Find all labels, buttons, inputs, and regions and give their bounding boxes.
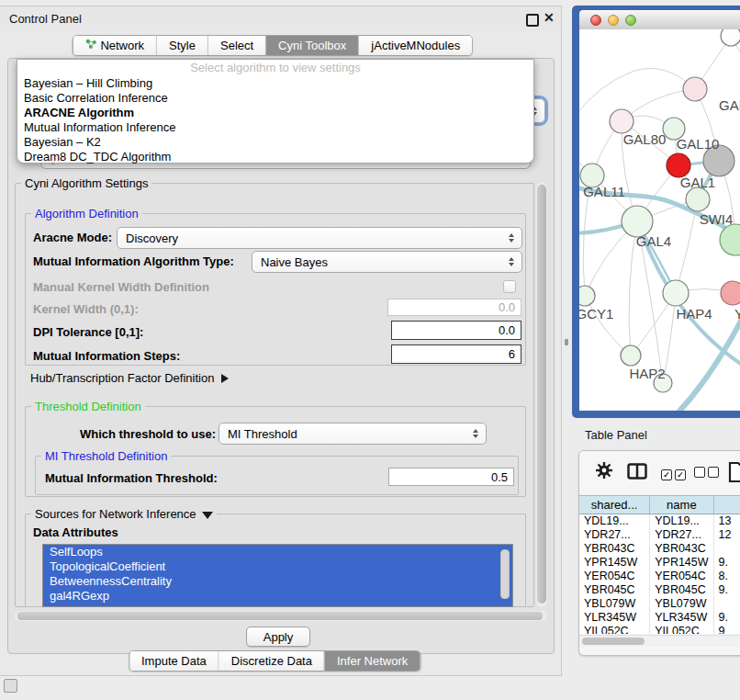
table-cell: [714, 542, 740, 556]
table-cell: 13: [714, 514, 740, 528]
mi-steps-label: Mutual Information Steps:: [33, 349, 180, 363]
mi-threshold-group: MI Threshold Definition Mutual Informati…: [35, 456, 519, 495]
algorithm-option[interactable]: Bayesian – Hill Climbing: [17, 76, 533, 91]
table-cell: 8.: [714, 570, 740, 583]
data-attribute-option[interactable]: SelfLoops: [43, 545, 512, 559]
minimized-panel-icon[interactable]: [4, 679, 17, 693]
tab-style[interactable]: Style: [157, 36, 208, 55]
algorithm-option[interactable]: Dream8 DC_TDC Algorithm: [17, 150, 533, 164]
algorithm-popup: Select algorithm to view settings Bayesi…: [17, 59, 534, 164]
select-all-checkboxes-icon[interactable]: ✓✓: [661, 467, 689, 480]
group-title: Threshold Definition: [31, 400, 145, 413]
aracne-mode-combobox[interactable]: Discovery: [117, 227, 522, 249]
data-attribute-option[interactable]: TopologicalCoefficient: [43, 559, 512, 574]
network-node[interactable]: [621, 345, 641, 366]
mi-steps-field[interactable]: [391, 344, 521, 364]
gear-icon[interactable]: [594, 460, 614, 483]
bottom-tab-discretize-data[interactable]: Discretize Data: [219, 651, 325, 671]
tab-select[interactable]: Select: [208, 36, 266, 55]
node-label: Y: [734, 306, 740, 322]
columns-icon[interactable]: [627, 463, 647, 482]
table-row[interactable]: YDR27...YDR27...12: [579, 528, 740, 542]
which-threshold-combobox[interactable]: MI Threshold: [219, 423, 487, 445]
table-row[interactable]: YIL052CYIL052C9: [579, 625, 740, 634]
algorithm-option[interactable]: Mutual Information Inference: [17, 120, 533, 135]
apply-button[interactable]: Apply: [246, 627, 310, 647]
cyni-algorithm-settings-group: Cyni Algorithm Settings Algorithm Defini…: [15, 183, 534, 607]
table-cell: YDR27...: [650, 528, 713, 542]
tab-jactivemnodules[interactable]: jActiveMNodules: [359, 36, 472, 55]
new-table-icon[interactable]: [728, 461, 740, 486]
control-panel-window: Control Panel ✕ NetworkStyleSelectCyni T…: [0, 6, 562, 676]
node-label: GCY1: [579, 306, 613, 322]
stepper-arrows-icon: [505, 257, 518, 266]
node-label: SWI4: [700, 211, 734, 227]
network-node[interactable]: [721, 29, 740, 46]
expander-arrow-icon: [221, 374, 229, 383]
network-node[interactable]: [579, 286, 595, 306]
network-canvas[interactable]: GAL7 GAL80 GAL10 GAL1 GAL11 SWI4 GAL4 GC…: [579, 29, 740, 411]
bottom-tab-infer-network[interactable]: Infer Network: [325, 651, 420, 671]
table-cell: YLR345W: [579, 611, 650, 625]
table-row[interactable]: YBR043CYBR043C: [579, 542, 740, 556]
node-label: GAL4: [636, 233, 671, 249]
tab-network[interactable]: Network: [73, 36, 157, 55]
algorithm-option[interactable]: Basic Correlation Inference: [17, 91, 533, 106]
network-node[interactable]: [610, 109, 633, 133]
table-cell: 9: [714, 625, 740, 634]
network-node[interactable]: [721, 281, 740, 305]
data-attribute-option[interactable]: BetweennessCentrality: [43, 574, 512, 589]
table-row[interactable]: YBL079WYBL079W: [579, 597, 740, 611]
list-scrollbar[interactable]: [500, 549, 510, 599]
table-cell: YDL19...: [650, 514, 713, 528]
zoom-traffic-light-icon[interactable]: [625, 15, 636, 26]
table-row[interactable]: YDL19...YDL19...13: [579, 514, 740, 528]
network-node[interactable]: [686, 187, 710, 211]
network-node[interactable]: [622, 206, 653, 237]
data-attributes-list[interactable]: SelfLoopsTopologicalCoefficientBetweenne…: [42, 544, 513, 607]
hub-definition-expander[interactable]: Hub/Transcription Factor Definition: [30, 371, 229, 385]
kernel-width-field[interactable]: [387, 299, 521, 316]
tab-cyni-toolbox[interactable]: Cyni Toolbox: [266, 36, 359, 55]
table-cell: YER054C: [650, 570, 713, 583]
network-graph: GAL7 GAL80 GAL10 GAL1 GAL11 SWI4 GAL4 GC…: [579, 29, 740, 411]
table-cell: YLR345W: [650, 611, 713, 625]
column-header[interactable]: shared...: [579, 496, 650, 514]
node-label: GAL11: [583, 184, 625, 199]
settings-horizontal-scrollbar[interactable]: [15, 611, 547, 621]
mi-threshold-field[interactable]: [388, 468, 514, 486]
table-row[interactable]: YLR345WYLR345W9.: [579, 611, 740, 625]
algorithm-option[interactable]: ARACNE Algorithm: [17, 106, 533, 120]
network-window-titlebar[interactable]: [579, 10, 740, 30]
table-body: YDL19...YDL19...13YDR27...YDR27...12YBR0…: [579, 514, 740, 634]
table-row[interactable]: YPR145WYPR145W9.: [579, 556, 740, 570]
minimize-traffic-light-icon[interactable]: [608, 15, 619, 26]
collapse-arrow-icon: [202, 512, 213, 519]
close-traffic-light-icon[interactable]: [590, 15, 601, 26]
data-attribute-option[interactable]: gal4RGexp: [43, 589, 512, 604]
deselect-checkboxes-icon[interactable]: [694, 467, 722, 480]
group-title: MI Threshold Definition: [41, 449, 171, 463]
table-row[interactable]: YBR045CYBR045C9.: [579, 583, 740, 597]
column-header[interactable]: [714, 496, 740, 514]
manual-kernel-checkbox[interactable]: [503, 280, 516, 293]
algorithm-definition-group: Algorithm Definition Aracne Mode: Discov…: [25, 213, 526, 366]
sources-group: Sources for Network Inference Data Attri…: [25, 514, 526, 607]
splitter-handle[interactable]: [565, 339, 568, 345]
network-node[interactable]: [663, 280, 689, 306]
network-node[interactable]: [683, 77, 707, 101]
float-window-icon[interactable]: [526, 14, 539, 27]
table-panel-title: Table Panel: [585, 428, 647, 442]
column-header[interactable]: name: [650, 496, 713, 514]
popup-hint: Select algorithm to view settings: [17, 60, 533, 76]
network-tab-icon: [84, 36, 96, 55]
table-row[interactable]: YER054CYER054C8.: [579, 570, 740, 583]
close-icon[interactable]: ✕: [544, 10, 555, 25]
bottom-tab-impute-data[interactable]: Impute Data: [129, 651, 219, 671]
algorithm-option[interactable]: Bayesian – K2: [17, 135, 533, 150]
mi-algorithm-type-combobox[interactable]: Naive Bayes: [252, 251, 522, 273]
table-horizontal-scrollbar[interactable]: [579, 635, 740, 647]
which-threshold-label: Which threshold to use:: [80, 427, 216, 441]
settings-vertical-scrollbar[interactable]: [536, 183, 547, 607]
dpi-tolerance-field[interactable]: [391, 321, 521, 340]
